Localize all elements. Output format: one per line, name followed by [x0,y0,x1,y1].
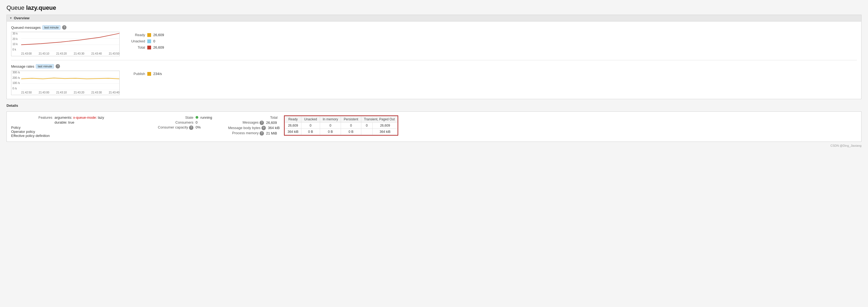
overview-label: Overview [14,16,30,20]
process-memory-total-val: 21 MiB [266,131,277,135]
divider-1 [11,60,857,60]
consumers-val: 0 [195,120,197,124]
th-ready: Ready [285,116,301,122]
durable-spacer [11,120,55,124]
queued-messages-badge: last minute [42,25,61,30]
features-block: Features arguments: x-queue-mode: lazy d… [11,115,158,124]
td-inmemory-bytes: 0 B [320,129,341,135]
durable-val-text: true [68,120,74,124]
details-panel: Features arguments: x-queue-mode: lazy d… [6,111,862,142]
arg-val: lazy [98,115,104,119]
message-rates-y-labels: 300 /s 200 /s 100 /s 0 /s [11,71,21,90]
legend-ready-label: Ready [126,33,145,37]
messages-breakdown-table-wrapper: Ready Unacked In memory Persistent Trans… [284,115,398,136]
legend-unacked: Unacked 0 [126,39,164,43]
details-left-col: Features arguments: x-queue-mode: lazy d… [11,115,158,138]
message-rates-x-labels: 21:42:50 21:43:00 21:43:10 21:43:20 21:4… [21,90,119,95]
y-label-20k: 20 k [12,37,20,40]
th-persistent: Persistent [341,116,361,122]
legend-unacked-color [147,39,151,43]
effective-policy-row: Effective policy definition [11,134,158,138]
y-rate-100: 100 /s [12,82,20,84]
total-header: Total [228,115,280,119]
messages-stats-row: Total Messages ? 26,609 Message body byt… [228,115,857,136]
running-dot-icon [195,116,198,119]
details-title: Details [6,104,862,109]
queued-messages-help-icon[interactable]: ? [62,25,66,30]
message-rates-row: 300 /s 200 /s 100 /s 0 /s [11,71,857,95]
message-body-bytes-total-val: 364 kiB [268,126,280,130]
td-transient-msgs-2: 26,609 [372,122,398,129]
messages-help-icon[interactable]: ? [259,121,264,125]
td-ready-bytes: 364 kiB [285,129,301,135]
features-row: Features arguments: x-queue-mode: lazy [11,115,158,119]
footer-credit: CSDN @Ding_Jiaxiang [6,144,862,147]
legend-total-value: 26,609 [153,45,164,50]
queued-messages-y-labels: 30 k 20 k 10 k 0 k [11,32,21,51]
message-rates-badge: last minute [36,64,54,68]
legend-total-color [147,46,151,50]
td-transient-bytes-2: 364 kiB [372,129,398,135]
legend-publish-label: Publish [126,72,145,76]
td-unacked-bytes: 0 B [301,129,320,135]
policy-row: Policy [11,125,158,130]
th-in-memory: In memory [320,116,341,122]
message-body-bytes-help-icon[interactable]: ? [261,126,266,130]
y-label-30k: 30 k [12,32,20,35]
arg-key: arguments: [55,115,73,119]
y-rate-300: 300 /s [12,71,20,74]
arg-key2: x-queue-mode: [73,115,98,119]
y-label-10k: 10 k [12,43,20,46]
state-val: running [195,115,212,119]
y-rate-0: 0 /s [12,87,20,90]
queued-messages-legend: Ready 26,609 Unacked 0 Total 26,609 [126,32,164,50]
overview-section-header[interactable]: ▼ Overview [6,15,862,22]
operator-policy-row: Operator policy [11,130,158,134]
policy-label: Policy [11,125,21,130]
legend-ready-color [147,33,151,37]
table-row-body-bytes: 364 kiB 0 B 0 B 0 B 364 kiB [285,129,398,135]
legend-publish-color [147,72,151,76]
message-rates-chart: 300 /s 200 /s 100 /s 0 /s [11,71,120,95]
message-rates-canvas [21,71,119,90]
message-rates-help-icon[interactable]: ? [56,64,60,68]
message-rates-title: Message rates last minute ? [11,64,857,68]
details-center-col: State running Consumers 0 Consumer capac… [158,115,228,131]
details-bottom-row: Features arguments: x-queue-mode: lazy d… [11,115,857,138]
legend-total: Total 26,609 [126,45,164,50]
message-rates-chart-area: 300 /s 200 /s 100 /s 0 /s [11,71,120,95]
consumers-label: Consumers [158,120,195,124]
consumer-capacity-val: 0% [195,125,201,130]
queued-messages-row: 30 k 20 k 10 k 0 k [11,32,857,56]
features-val: arguments: x-queue-mode: lazy [55,115,104,119]
legend-publish: Publish 234/s [126,72,162,76]
table-row-messages: 26,609 0 0 0 0 26,609 [285,122,398,129]
messages-label: Messages ? [228,120,266,125]
legend-unacked-label: Unacked [126,39,145,43]
features-label: Features [11,115,55,119]
process-memory-help-icon[interactable]: ? [259,131,264,136]
consumer-capacity-help-icon[interactable]: ? [189,125,193,130]
legend-ready-value: 26,609 [153,33,164,37]
td-unacked-msgs: 0 [301,122,320,129]
message-body-bytes-row: Message body bytes ? 364 kiB [228,126,280,131]
legend-unacked-value: 0 [153,39,155,43]
td-persistent-bytes: 0 B [341,129,361,135]
durable-val: durable: true [55,120,74,124]
details-right-col: Total Messages ? 26,609 Message body byt… [228,115,857,136]
process-memory-label: Process memory ? [228,131,266,136]
page-title: Queue lazy.queue [6,4,862,11]
overview-panel: Queued messages last minute ? 30 k 20 k … [6,22,862,99]
state-row: State running [158,115,228,119]
message-body-bytes-label: Message body bytes ? [228,126,268,131]
td-persistent-msgs: 0 [341,122,361,129]
process-memory-row: Process memory ? 21 MiB [228,131,280,136]
td-inmemory-msgs: 0 [320,122,341,129]
messages-total-val: 26,609 [266,121,277,125]
th-transient: Transient, Paged Out [361,116,398,122]
legend-publish-value: 234/s [153,72,162,76]
legend-total-label: Total [126,45,145,50]
th-unacked: Unacked [301,116,320,122]
messages-totals: Total Messages ? 26,609 Message body byt… [228,115,280,136]
durable-row: durable: true [11,120,158,124]
